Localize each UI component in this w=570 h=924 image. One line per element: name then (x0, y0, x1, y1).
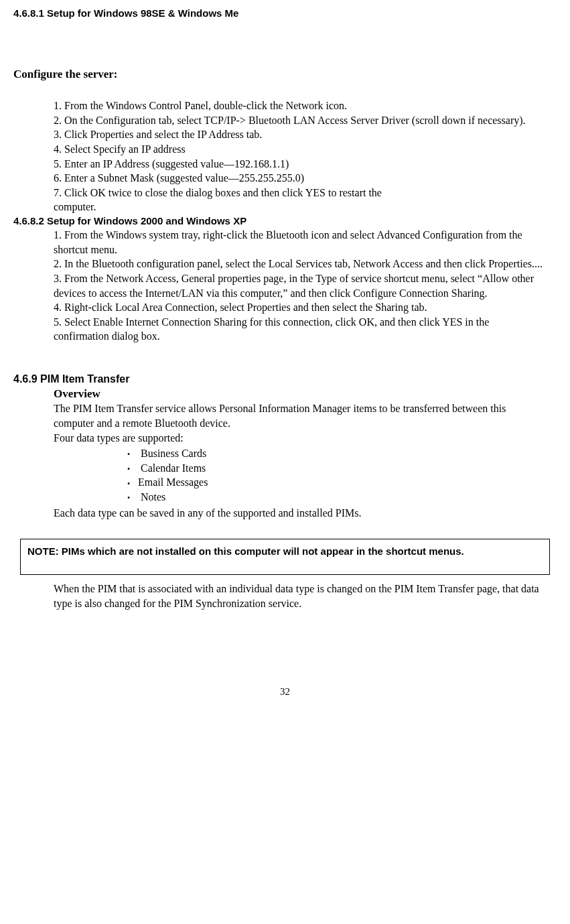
steps-2000xp: 1. From the Windows system tray, right-c… (54, 228, 543, 344)
bullet-business-cards: Business Cards (127, 446, 557, 461)
note-box: NOTE: PIMs which are not installed on th… (20, 539, 550, 575)
bullet-email-messages: Email Messages (127, 475, 557, 490)
pim-p4: When the PIM that is associated with an … (54, 582, 543, 610)
step-a4: 4. Select Specify an IP address (54, 142, 543, 157)
pim-p3: Each data type can be saved in any of th… (54, 506, 543, 521)
step-b2: 2. In the Bluetooth configuration panel,… (54, 257, 543, 271)
pim-p1: The PIM Item Transfer service allows Per… (54, 401, 543, 430)
overview-heading: Overview (54, 387, 543, 402)
page-number: 32 (13, 685, 557, 698)
step-a2: 2. On the Configuration tab, select TCP/… (54, 113, 543, 128)
step-b3: 3. From the Network Access, General prop… (54, 271, 543, 300)
heading-469: 4.6.9 PIM Item Transfer (13, 372, 557, 387)
step-a3: 3. Click Properties and select the IP Ad… (54, 127, 543, 142)
step-a7: 7. Click OK twice to close the dialog bo… (54, 186, 543, 200)
pim-p4-wrap: When the PIM that is associated with an … (54, 582, 543, 610)
heading-4682: 4.6.8.2 Setup for Windows 2000 and Windo… (13, 214, 557, 228)
pim-section: Overview The PIM Item Transfer service a… (54, 387, 543, 446)
bullet-calendar-items: Calendar Items (127, 461, 557, 476)
step-a6: 6. Enter a Subnet Mask (suggested value—… (54, 171, 543, 186)
step-b5: 5. Select Enable Internet Connection Sha… (54, 315, 543, 344)
pim-p2: Four data types are supported: (54, 431, 543, 446)
steps-98se: 1. From the Windows Control Panel, doubl… (54, 98, 543, 214)
bullet-list: Business Cards Calendar Items Email Mess… (127, 446, 557, 504)
heading-4681: 4.6.8.1 Setup for Windows 98SE & Windows… (13, 7, 557, 20)
step-a5: 5. Enter an IP Address (suggested value—… (54, 157, 543, 172)
configure-server-heading: Configure the server: (13, 67, 557, 82)
pim-p3-wrap: Each data type can be saved in any of th… (54, 506, 543, 521)
step-b1: 1. From the Windows system tray, right-c… (54, 228, 543, 257)
step-b4: 4. Right-click Local Area Connection, se… (54, 300, 543, 315)
step-a7b: computer. (54, 200, 543, 214)
step-a1: 1. From the Windows Control Panel, doubl… (54, 98, 543, 113)
bullet-notes: Notes (127, 490, 557, 505)
